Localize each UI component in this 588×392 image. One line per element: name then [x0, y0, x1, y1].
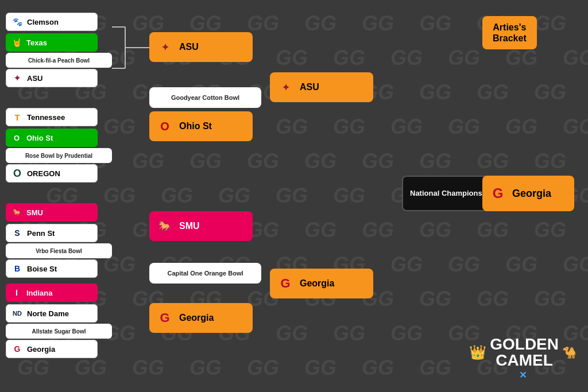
golden-text: GOLDEN: [490, 336, 559, 352]
ohiost-r1-logo: O: [10, 131, 23, 144]
arties-line1: Arties's: [493, 22, 526, 32]
team-notredame: ND Norte Dame: [6, 304, 98, 323]
georgia-r1-name: Georgia: [27, 345, 55, 354]
smu-r1-logo: 🐎: [10, 206, 23, 219]
team-texas: 🤘 Texas: [6, 33, 98, 52]
oregon-logo: O: [11, 167, 24, 180]
rose-bowl-text: Rose Bowl by Prudential: [25, 153, 92, 159]
team-oregon: O OREGON: [6, 164, 98, 183]
clemson-name: Clemson: [27, 18, 59, 26]
asu-r1-name: ASU: [27, 74, 42, 83]
asu-r2: ✦ ASU: [149, 32, 253, 62]
georgia-r3-slot: G Georgia: [270, 269, 373, 298]
crown-icon: 👑: [469, 344, 486, 360]
smu-r1-name: SMU: [26, 208, 43, 217]
team-slot-oregon: O OREGON: [6, 164, 98, 183]
oregon-name: OREGON: [27, 169, 60, 178]
ohiost-r2: O Ohio St: [149, 111, 253, 141]
georgia-r2-name: Georgia: [179, 313, 214, 323]
sugar-bowl-label: Allstate Sugar Bowl: [6, 324, 112, 339]
georgia-r2-slot: G Georgia: [149, 303, 253, 333]
ohiost-r2-slot: O Ohio St: [149, 111, 253, 141]
asu-r2-slot: ✦ ASU: [149, 32, 253, 62]
team-slot-tennessee: T Tennessee: [6, 108, 98, 126]
champion-slot: G Georgia: [482, 176, 574, 211]
bowl-sugar: Allstate Sugar Bowl: [6, 324, 112, 339]
indiana-name: Indiana: [26, 289, 53, 297]
tennessee-name: Tennessee: [27, 113, 65, 122]
arties-bracket: Arties's Bracket: [482, 16, 537, 49]
georgia-r2-logo: G: [156, 309, 173, 327]
cotton-bowl-text: Goodyear Cotton Bowl: [171, 94, 239, 101]
team-slot-clemson: 🐾 Clemson: [6, 13, 98, 31]
smu-r2-logo: 🐎: [156, 218, 173, 235]
team-tennessee: T Tennessee: [6, 108, 98, 126]
georgia-r3: G Georgia: [270, 269, 373, 298]
indiana-logo: I: [10, 286, 23, 299]
asu-r1-logo: ✦: [11, 72, 24, 84]
team-clemson: 🐾 Clemson: [6, 13, 98, 31]
team-slot-boisest: B Boise St: [6, 259, 98, 278]
natl-champ-text: National Championship: [410, 189, 493, 198]
orange-bowl-label: Capital One Orange Bowl: [149, 263, 261, 284]
x-marker: ✕: [519, 370, 527, 381]
orange-bowl: Capital One Orange Bowl: [149, 263, 261, 284]
cotton-bowl-label: Goodyear Cotton Bowl: [149, 87, 261, 108]
camel-text: CAMEL: [490, 352, 559, 368]
team-slot-georgia-r1: G Georgia: [6, 340, 98, 358]
asu-r3-name: ASU: [300, 82, 319, 92]
peach-bowl-text: Chick-fil-a Peach Bowl: [28, 57, 90, 64]
texas-name: Texas: [26, 38, 47, 47]
georgia-champion: G Georgia: [482, 176, 574, 211]
team-slot-notredame: ND Norte Dame: [6, 304, 98, 323]
team-ohiost-r1: O Ohio St: [6, 129, 98, 147]
pennst-logo: S: [11, 227, 24, 239]
pennst-name: Penn St: [27, 229, 55, 238]
asu-r2-name: ASU: [179, 42, 199, 52]
team-indiana: I Indiana: [6, 284, 98, 302]
smu-r2-slot: 🐎 SMU: [149, 211, 253, 241]
sugar-bowl-text: Allstate Sugar Bowl: [32, 328, 86, 335]
orange-bowl-text: Capital One Orange Bowl: [167, 270, 243, 277]
team-slot-ohiost-r1: O Ohio St: [6, 129, 98, 147]
smu-r2: 🐎 SMU: [149, 211, 253, 241]
arties-line2: Bracket: [493, 33, 527, 43]
boisest-logo: B: [11, 262, 24, 275]
camel-emoji: 🐪: [562, 346, 577, 359]
ohiost-r2-name: Ohio St: [179, 121, 212, 131]
smu-r2-name: SMU: [179, 221, 200, 231]
team-slot-smu-r1: 🐎 SMU: [6, 203, 98, 222]
georgia-r1-logo: G: [11, 343, 24, 355]
rose-bowl-label: Rose Bowl by Prudential: [6, 148, 112, 163]
ohiost-r1-name: Ohio St: [26, 134, 53, 142]
peach-bowl-label: Chick-fil-a Peach Bowl: [6, 53, 112, 68]
georgia-r3-name: Georgia: [300, 278, 334, 289]
bowl-rose: Rose Bowl by Prudential: [6, 148, 112, 163]
tennessee-logo: T: [11, 111, 24, 123]
georgia-r3-logo: G: [277, 275, 294, 292]
cotton-bowl: Goodyear Cotton Bowl: [149, 87, 261, 108]
team-asu-r1: ✦ ASU: [6, 69, 98, 87]
team-slot-pennst: S Penn St: [6, 224, 98, 242]
fiesta-bowl-text: Vrbo Fiesta Bowl: [36, 248, 82, 254]
arties-bracket-box: Arties's Bracket: [482, 16, 537, 49]
team-pennst: S Penn St: [6, 224, 98, 242]
bracket-main: 🐾 Clemson 🤘 Texas Chick-fil-a Peach Bowl…: [0, 0, 588, 392]
notredame-name: Norte Dame: [27, 309, 69, 318]
champion-name: Georgia: [512, 188, 551, 200]
clemson-logo: 🐾: [11, 15, 24, 28]
asu-r3: ✦ ASU: [270, 72, 373, 102]
boisest-name: Boise St: [27, 265, 57, 273]
team-smu-r1: 🐎 SMU: [6, 203, 98, 222]
asu-r2-logo: ✦: [156, 38, 173, 56]
asu-r3-slot: ✦ ASU: [270, 72, 373, 102]
team-boisest: B Boise St: [6, 259, 98, 278]
team-slot-asu-r1: ✦ ASU: [6, 69, 98, 87]
bowl-fiesta: Vrbo Fiesta Bowl: [6, 243, 112, 258]
notredame-logo: ND: [11, 307, 24, 320]
team-georgia-r1: G Georgia: [6, 340, 98, 358]
champion-logo: G: [489, 185, 506, 202]
team-slot-indiana: I Indiana: [6, 284, 98, 302]
ohiost-r2-logo: O: [156, 118, 173, 135]
fiesta-bowl-label: Vrbo Fiesta Bowl: [6, 243, 112, 258]
